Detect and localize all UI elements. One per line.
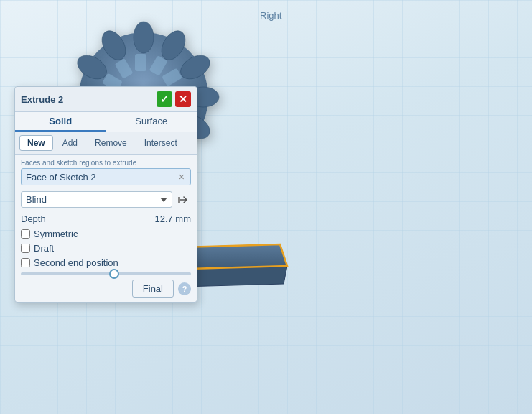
draft-row: Draft	[21, 243, 191, 254]
panel-title: Extrude 2	[21, 94, 63, 105]
titlebar-buttons: ✓ ✕	[157, 91, 191, 107]
op-tab-remove[interactable]: Remove	[87, 135, 135, 151]
slider-thumb[interactable]	[109, 269, 119, 279]
depth-row: Depth 12.7 mm	[21, 213, 191, 224]
draft-label[interactable]: Draft	[34, 243, 54, 254]
extrude-panel: Extrude 2 ✓ ✕ Solid Surface New Add Remo…	[14, 86, 197, 303]
op-tab-new[interactable]: New	[19, 135, 53, 151]
tab-surface[interactable]: Surface	[106, 112, 197, 132]
tab-solid[interactable]: Solid	[15, 112, 106, 132]
flip-direction-icon[interactable]	[175, 192, 191, 208]
op-tabs: New Add Remove Intersect	[15, 132, 197, 155]
svg-point-1	[134, 22, 154, 53]
symmetric-label[interactable]: Symmetric	[34, 229, 78, 239]
final-button[interactable]: Final	[132, 280, 174, 298]
panel-body: Faces and sketch regions to extrude Face…	[15, 155, 197, 302]
svg-rect-13	[135, 54, 146, 71]
final-row: Final ?	[21, 280, 191, 298]
op-tab-intersect[interactable]: Intersect	[136, 135, 185, 151]
draft-checkbox[interactable]	[21, 244, 30, 253]
symmetric-checkbox[interactable]	[21, 229, 30, 239]
panel-titlebar: Extrude 2 ✓ ✕	[15, 87, 197, 112]
depth-label: Depth	[21, 213, 154, 224]
face-clear-button[interactable]: ×	[177, 171, 186, 183]
type-tabs: Solid Surface	[15, 112, 197, 132]
blind-row: Blind Through All Up to Next	[21, 191, 191, 208]
faces-label: Faces and sketch regions to extrude	[21, 159, 191, 167]
symmetric-row: Symmetric	[21, 229, 191, 239]
second-end-row: Second end position	[21, 257, 191, 268]
cancel-button[interactable]: ✕	[175, 91, 191, 107]
op-tab-add[interactable]: Add	[55, 135, 85, 151]
face-selector-value: Face of Sketch 2	[26, 172, 177, 183]
second-end-checkbox[interactable]	[21, 258, 30, 267]
slider-track[interactable]	[21, 272, 191, 275]
second-end-label[interactable]: Second end position	[34, 257, 118, 268]
viewport-label: Right	[260, 10, 281, 21]
help-icon[interactable]: ?	[178, 282, 191, 295]
ok-button[interactable]: ✓	[157, 91, 172, 107]
svg-rect-31	[178, 197, 180, 203]
blind-select[interactable]: Blind Through All Up to Next	[21, 191, 172, 208]
face-selector[interactable]: Face of Sketch 2 ×	[21, 168, 191, 185]
slider-row	[21, 272, 191, 275]
depth-value: 12.7 mm	[154, 213, 191, 224]
